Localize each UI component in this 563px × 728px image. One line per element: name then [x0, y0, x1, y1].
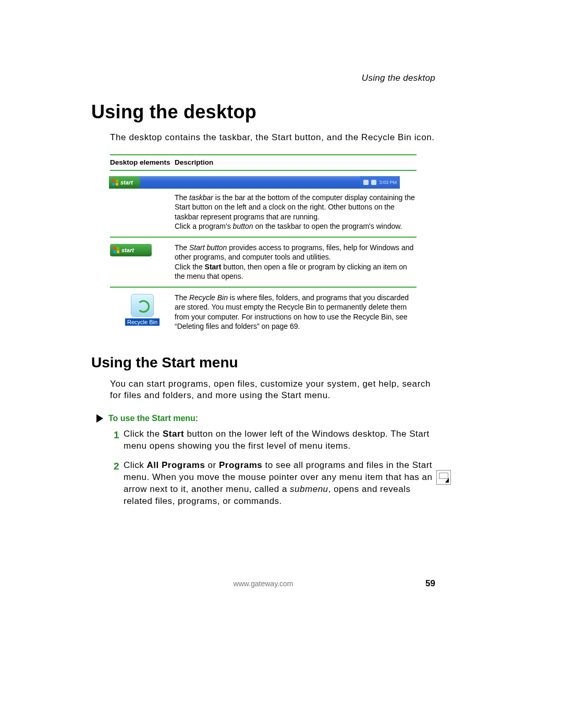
- recycle-bin-label: Recycle Bin: [125, 318, 160, 326]
- running-head: Using the desktop: [91, 73, 435, 83]
- heading-using-start-menu: Using the Start menu: [91, 354, 435, 371]
- start-menu-intro: You can start programs, open files, cust…: [110, 378, 435, 401]
- taskbar-graphic: start 3:03 PM: [109, 176, 400, 189]
- start-button-label: start: [121, 247, 134, 253]
- heading-using-desktop: Using the desktop: [91, 101, 435, 123]
- intro-paragraph: The desktop contains the taskbar, the St…: [110, 132, 435, 143]
- recycle-bin-icon: [131, 294, 154, 317]
- image-placeholder-icon: [436, 470, 451, 485]
- step-2: 2 Click All Programs or Programs to see …: [110, 460, 435, 508]
- step-text: Click the Start button on the lower left…: [124, 428, 435, 452]
- desc-taskbar: The taskbar is the bar at the bottom of …: [175, 193, 417, 231]
- page-content: Using the desktop Using the desktop The …: [91, 73, 435, 514]
- th-description: Description: [175, 158, 213, 166]
- row-taskbar: start 3:03 PM The taskbar is the bar at …: [110, 171, 417, 238]
- row-start-button: start The Start button provides access t…: [110, 238, 417, 288]
- page-footer: www.gateway.com 59: [91, 579, 435, 588]
- step-text: Click All Programs or Programs to see al…: [124, 460, 435, 508]
- page-number: 59: [425, 578, 435, 589]
- step-number: 2: [110, 460, 119, 508]
- th-elements: Desktop elements: [110, 158, 175, 166]
- row-recycle-bin: Recycle Bin The Recycle Bin is where fil…: [110, 288, 417, 337]
- tray-clock: 3:03 PM: [379, 180, 397, 185]
- play-triangle-icon: [96, 414, 103, 423]
- tray-icon: [371, 180, 376, 185]
- desc-recycle-bin: The Recycle Bin is where files, folders,…: [175, 293, 417, 331]
- footer-url: www.gateway.com: [234, 579, 293, 588]
- taskbar-start-label: start: [120, 179, 133, 186]
- step-1: 1 Click the Start button on the lower le…: [110, 428, 435, 452]
- desc-start-button: The Start button provides access to prog…: [175, 243, 417, 281]
- taskbar-start-button: start: [109, 176, 140, 189]
- tray-icon: [363, 180, 369, 185]
- task-title: To use the Start menu:: [108, 414, 198, 423]
- steps-list: 1 Click the Start button on the lower le…: [110, 428, 435, 508]
- recycle-bin-graphic: Recycle Bin: [110, 294, 175, 326]
- windows-logo-icon: [113, 247, 119, 253]
- start-button-graphic: start: [110, 244, 152, 256]
- table-header-row: Desktop elements Description: [110, 155, 417, 171]
- desktop-elements-table: Desktop elements Description start 3:03 …: [110, 154, 417, 337]
- windows-logo-icon: [112, 179, 118, 186]
- task-heading: To use the Start menu:: [96, 414, 435, 423]
- step-number: 1: [110, 428, 119, 452]
- taskbar-tray: 3:03 PM: [360, 176, 400, 189]
